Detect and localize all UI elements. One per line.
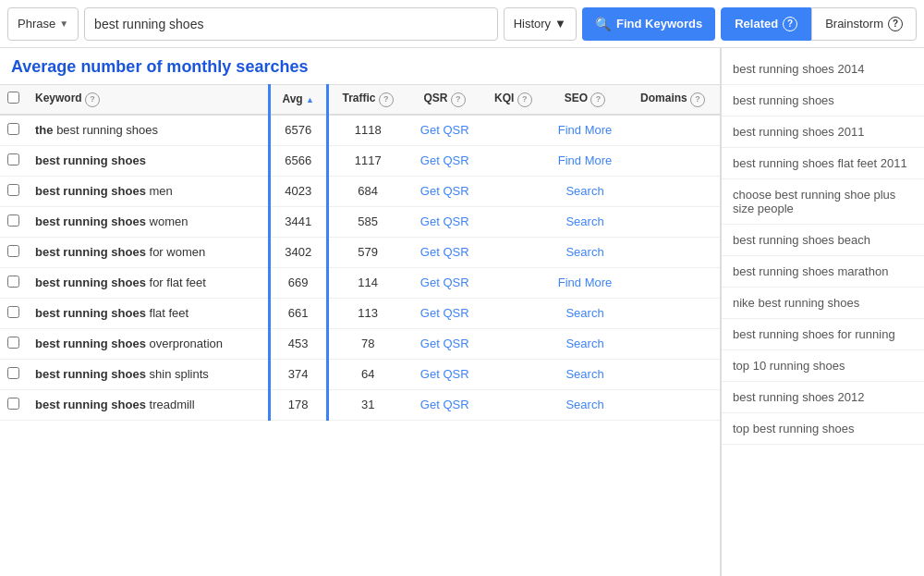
related-panel: best running shoes 2014best running shoe…: [721, 48, 924, 576]
avg-cell: 374: [269, 359, 327, 389]
table-row: the best running shoes65761118Get QSRFin…: [0, 115, 720, 146]
keyword-cell: best running shoes shin splints: [28, 359, 269, 389]
related-item[interactable]: best running shoes 2014: [722, 54, 924, 85]
domains-info-icon: ?: [690, 92, 705, 107]
qsr-link[interactable]: Get QSR: [420, 367, 469, 381]
qsr-link[interactable]: Get QSR: [420, 153, 469, 167]
qsr-link[interactable]: Get QSR: [420, 276, 469, 289]
keyword-cell: best running shoes men: [28, 176, 269, 206]
related-item[interactable]: choose best running shoe plus size peopl…: [722, 179, 924, 225]
row-checkbox[interactable]: [7, 276, 19, 288]
keyword-bold: best running shoes: [35, 337, 146, 350]
row-checkbox[interactable]: [7, 214, 19, 227]
phrase-chevron-icon: ▼: [59, 18, 68, 29]
related-item[interactable]: top 10 running shoes: [722, 350, 924, 382]
col-kqi: KQI ?: [482, 85, 544, 115]
app-header: Phrase ▼ History ▼ 🔍 Find Keywords Relat…: [0, 0, 924, 48]
seo-link[interactable]: Search: [565, 245, 603, 259]
traffic-cell: 113: [327, 298, 407, 328]
avg-cell: 669: [269, 267, 327, 298]
seo-link[interactable]: Search: [565, 214, 603, 228]
related-item[interactable]: best running shoes flat feet 2011: [722, 148, 924, 179]
qsr-link[interactable]: Get QSR: [420, 337, 469, 350]
domains-cell: [626, 206, 720, 237]
avg-sort-icon: ▲: [306, 95, 314, 104]
kqi-cell: [482, 389, 544, 420]
domains-cell: [626, 359, 720, 389]
search-input[interactable]: [84, 7, 498, 41]
kqi-cell: [482, 359, 544, 389]
row-checkbox[interactable]: [7, 337, 19, 349]
col-avg: Avg ▲: [269, 85, 327, 115]
brainstorm-button[interactable]: Brainstorm ?: [811, 7, 917, 41]
related-item[interactable]: best running shoes: [722, 85, 924, 116]
keyword-info-icon: ?: [85, 92, 100, 107]
seo-info-icon: ?: [590, 92, 605, 107]
phrase-dropdown[interactable]: Phrase ▼: [7, 7, 79, 41]
related-item[interactable]: best running shoes for running: [722, 319, 924, 350]
row-checkbox[interactable]: [7, 153, 19, 165]
avg-cell: 178: [269, 389, 327, 420]
col-seo: SEO ?: [544, 85, 626, 115]
keyword-bold: best running shoes: [35, 398, 146, 411]
row-checkbox[interactable]: [7, 398, 19, 410]
related-item[interactable]: nike best running shoes: [722, 288, 924, 319]
seo-link[interactable]: Search: [565, 184, 603, 198]
qsr-link[interactable]: Get QSR: [420, 123, 469, 137]
find-keywords-button[interactable]: 🔍 Find Keywords: [582, 7, 715, 41]
qsr-link[interactable]: Get QSR: [420, 306, 469, 320]
row-checkbox[interactable]: [7, 367, 19, 379]
qsr-link[interactable]: Get QSR: [420, 184, 469, 198]
keyword-bold: best running shoes: [35, 306, 146, 320]
history-dropdown[interactable]: History ▼: [504, 7, 577, 41]
kqi-cell: [482, 267, 544, 298]
seo-link[interactable]: Search: [565, 306, 603, 320]
traffic-cell: 579: [327, 237, 407, 267]
related-label: Related: [735, 17, 778, 31]
related-item[interactable]: best running shoes marathon: [722, 256, 924, 288]
domains-cell: [626, 298, 720, 328]
chart-title: Average number of monthly searches: [0, 48, 720, 84]
table-row: best running shoes for women3402579Get Q…: [0, 237, 720, 267]
brainstorm-label: Brainstorm: [825, 17, 883, 31]
traffic-cell: 585: [327, 206, 407, 237]
related-item[interactable]: top best running shoes: [722, 413, 924, 445]
phrase-label: Phrase: [18, 17, 55, 31]
table-row: best running shoes overpronation45378Get…: [0, 328, 720, 359]
right-header-group: Related ? Brainstorm ?: [721, 7, 917, 41]
keyword-table: Keyword ? Avg ▲ Traffic ? QSR ? KQI ?: [0, 84, 720, 421]
avg-cell: 661: [269, 298, 327, 328]
related-button[interactable]: Related ?: [721, 7, 811, 41]
table-row: best running shoes flat feet661113Get QS…: [0, 298, 720, 328]
related-item[interactable]: best running shoes 2012: [722, 382, 924, 413]
seo-link[interactable]: Find More: [558, 276, 613, 289]
keyword-bold: the: [35, 123, 56, 137]
traffic-cell: 684: [327, 176, 407, 206]
kqi-cell: [482, 145, 544, 176]
row-checkbox[interactable]: [7, 306, 19, 318]
seo-link[interactable]: Search: [565, 367, 603, 381]
related-item[interactable]: best running shoes 2011: [722, 116, 924, 148]
seo-link[interactable]: Search: [565, 398, 603, 411]
seo-link[interactable]: Find More: [558, 153, 613, 167]
brainstorm-info-icon: ?: [888, 17, 903, 31]
col-keyword: Keyword ?: [28, 85, 269, 115]
keyword-cell: best running shoes: [28, 145, 269, 176]
related-item[interactable]: best running shoes beach: [722, 225, 924, 256]
seo-link[interactable]: Find More: [558, 123, 613, 137]
qsr-link[interactable]: Get QSR: [420, 214, 469, 228]
keyword-bold: best running shoes: [35, 153, 146, 167]
traffic-cell: 1117: [327, 145, 407, 176]
row-checkbox[interactable]: [7, 245, 19, 257]
qsr-link[interactable]: Get QSR: [420, 245, 469, 259]
col-qsr: QSR ?: [407, 85, 482, 115]
table-row: best running shoes for flat feet669114Ge…: [0, 267, 720, 298]
row-checkbox[interactable]: [7, 123, 19, 135]
find-keywords-label: Find Keywords: [616, 17, 702, 31]
qsr-link[interactable]: Get QSR: [420, 398, 469, 411]
row-checkbox[interactable]: [7, 184, 19, 196]
seo-link[interactable]: Search: [565, 337, 603, 350]
kqi-cell: [482, 176, 544, 206]
history-label: History: [514, 17, 551, 31]
select-all-checkbox[interactable]: [7, 92, 19, 104]
